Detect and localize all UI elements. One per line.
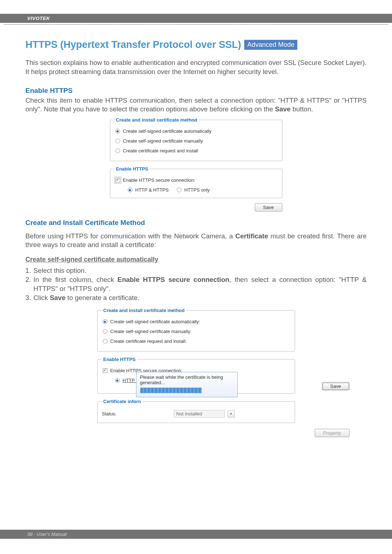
cert-option-auto-2[interactable]: Create self-signed certificate automatic… [102, 317, 290, 327]
cert-method-paragraph: Before using HTTPS for communication wit… [25, 232, 367, 249]
enable-https-text-post: button. [291, 105, 313, 113]
brand-logo: VIVOTEK [27, 16, 50, 21]
property-button[interactable]: Property [315, 429, 349, 437]
generating-popup: Please wait while the certificate is bei… [136, 372, 238, 397]
step-2-bold: Enable HTTPS secure connection [118, 276, 229, 283]
radio-request-icon-2[interactable] [103, 339, 107, 344]
save-button-2[interactable]: Save [322, 382, 350, 390]
intro-paragraph: This section explains how to enable auth… [25, 58, 367, 77]
cert-option-auto-label-2: Create self-signed certificate automatic… [110, 319, 200, 324]
mode-http-https-label: HTTP & HTTPS [135, 187, 169, 193]
cert-option-request-label-2: Create certificate request and install: [110, 338, 187, 344]
step-3-bold: Save [50, 294, 65, 301]
cert-method-heading: Create and Install Certificate Method [25, 219, 367, 227]
cert-option-manual-label: Create self-signed certificate manually [123, 138, 203, 144]
enable-https-fieldset: Enable HTTPS Enable HTTPS secure connect… [110, 166, 282, 198]
radio-request-icon[interactable] [115, 148, 120, 153]
screenshot-panel-2: Create and install certificate method Cr… [97, 308, 295, 437]
status-value: Not installed [174, 410, 225, 418]
cert-option-auto[interactable]: Create self-signed certificate automatic… [115, 126, 278, 136]
auto-cert-subheading: Create self-signed certificate automatic… [25, 256, 367, 263]
step-2-pre: In the first column, check [33, 276, 118, 283]
enable-https-heading: Enable HTTPS [25, 87, 367, 95]
cert-option-auto-label: Create self-signed certificate automatic… [123, 128, 212, 134]
generating-popup-text: Please wait while the certificate is bei… [140, 374, 234, 385]
step-2-text: In the first column, check Enable HTTPS … [33, 275, 367, 294]
cert-option-request[interactable]: Create certificate request and install [115, 146, 278, 156]
cert-option-manual[interactable]: Create self-signed certificate manually [115, 136, 278, 146]
enable-https-checkbox-2[interactable] [103, 368, 107, 373]
cert-method-fieldset: Create and install certificate method Cr… [110, 117, 282, 161]
enable-https-legend-2: Enable HTTPS [102, 357, 137, 362]
footer-text: 38 - User's Manual [27, 532, 67, 537]
radio-http-https-icon-2[interactable] [115, 378, 120, 383]
step-1-text: Select this option. [33, 266, 367, 275]
step-1-num: 1. [25, 266, 33, 275]
step-1: 1. Select this option. [25, 266, 367, 275]
https-mode-row: HTTP & HTTPS HTTPS only [115, 187, 278, 193]
radio-manual-icon[interactable] [115, 139, 120, 143]
enable-https-text: Check this item to enable HTTPS communic… [25, 96, 367, 114]
advanced-mode-badge: Advanced Mode [245, 40, 297, 49]
save-row-2: Save [322, 382, 350, 390]
status-label: Status: [102, 411, 171, 416]
enable-https-save-word: Save [275, 105, 290, 113]
cert-method-legend: Create and install certificate method [115, 117, 199, 123]
radio-https-only-icon[interactable] [177, 188, 181, 192]
mode-https-only[interactable]: HTTPS only [177, 187, 210, 193]
cert-method-pre: Before using HTTPS for communication wit… [25, 232, 235, 240]
mode-https-only-label: HTTPS only [184, 187, 210, 193]
cert-method-legend-2: Create and install certificate method [102, 308, 186, 313]
status-dropdown-arrow-icon[interactable]: ▾ [228, 410, 235, 418]
cert-option-request-label: Create certificate request and install [123, 148, 198, 153]
step-3-num: 3. [25, 294, 33, 303]
enable-https-checkbox-row[interactable]: Enable HTTPS secure connection: [115, 175, 278, 185]
step-2: 2. In the first column, check Enable HTT… [25, 275, 367, 294]
title-row: HTTPS (Hypertext Transfer Protocol over … [25, 39, 367, 50]
page-footer: 38 - User's Manual [0, 530, 392, 539]
radio-manual-icon-2[interactable] [103, 329, 107, 334]
page-content: HTTPS (Hypertext Transfer Protocol over … [0, 25, 392, 437]
radio-auto-icon-2[interactable] [103, 319, 107, 324]
cert-option-request-2[interactable]: Create certificate request and install: [102, 336, 290, 346]
cert-method-bold: Certificate [235, 232, 268, 240]
enable-https-legend: Enable HTTPS [115, 166, 150, 172]
save-row-1: Save [110, 203, 282, 212]
step-3-pre: Click [33, 294, 50, 301]
radio-http-https-icon[interactable] [128, 188, 132, 192]
steps-list: 1. Select this option. 2. In the first c… [25, 266, 367, 303]
property-row: Property [97, 429, 350, 437]
enable-https-checkbox-label: Enable HTTPS secure connection: [123, 177, 195, 183]
enable-https-checkbox[interactable] [115, 178, 120, 182]
mode-http-https[interactable]: HTTP & HTTPS [128, 187, 169, 193]
progress-bar [140, 387, 202, 393]
cert-info-fieldset: Certificate inforn Status: Not installed… [97, 399, 295, 423]
step-3-post: to generate a certificate. [65, 294, 139, 301]
step-2-num: 2. [25, 275, 33, 294]
cert-info-legend: Certificate inforn [102, 399, 143, 404]
page-title: HTTPS (Hypertext Transfer Protocol over … [25, 39, 241, 50]
save-button[interactable]: Save [255, 203, 282, 212]
page-header: VIVOTEK [0, 14, 392, 23]
cert-option-manual-2[interactable]: Create self-signed certificate manually: [102, 327, 290, 336]
status-row: Status: Not installed ▾ [102, 410, 290, 418]
enable-https-text-pre: Check this item to enable HTTPS communic… [25, 97, 367, 113]
cert-method-fieldset-2: Create and install certificate method Cr… [97, 308, 295, 352]
cert-option-manual-label-2: Create self-signed certificate manually: [110, 329, 192, 334]
radio-auto-icon[interactable] [115, 129, 120, 134]
step-3-text: Click Save to generate a certificate. [33, 294, 367, 303]
step-3: 3. Click Save to generate a certificate. [25, 294, 367, 303]
screenshot-panel-1: Create and install certificate method Cr… [110, 117, 282, 212]
